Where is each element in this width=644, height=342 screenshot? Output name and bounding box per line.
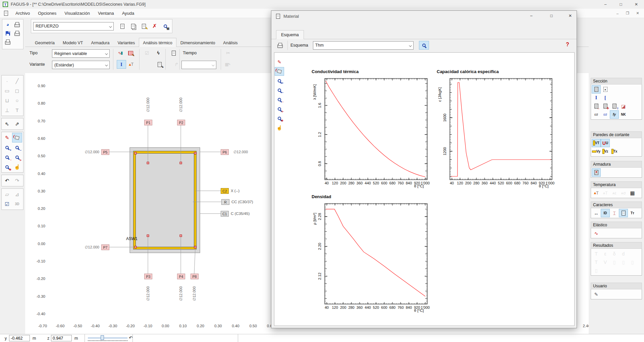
fire-T-button[interactable]: ▲T: [592, 189, 601, 197]
fy-limit-button[interactable]: fy: [610, 110, 619, 119]
zoom-slider-handle[interactable]: [101, 335, 104, 340]
temp-grid-button[interactable]: ▦: [628, 189, 637, 197]
mdi-close-button[interactable]: ✕: [633, 10, 642, 16]
section-peel-button[interactable]: ◪: [619, 102, 628, 110]
rebar-tag-P8[interactable]: P8: [191, 274, 199, 279]
zoom-out-button[interactable]: −: [12, 142, 22, 152]
zoom-object-button[interactable]: ▹: [12, 152, 22, 162]
tiempo-combo[interactable]: [181, 61, 216, 69]
reset-zoom-icon[interactable]: ↶: [129, 335, 132, 340]
zoom-window-button[interactable]: ▫: [2, 152, 12, 162]
wall-Vy-button[interactable]: Vy: [592, 147, 601, 156]
mdi-restore-button[interactable]: ❐: [623, 10, 632, 16]
material-tag-R[interactable]: R: [221, 199, 229, 205]
wall-Vz-button[interactable]: Vz: [601, 147, 610, 156]
rebar-point[interactable]: [135, 152, 137, 154]
wall-U-button[interactable]: UU: [601, 139, 610, 147]
preview-button[interactable]: [419, 41, 429, 50]
save-button[interactable]: [3, 29, 12, 38]
mdi-minimize-button[interactable]: –: [613, 10, 622, 16]
y-coordinate-field[interactable]: [9, 335, 30, 341]
section-hatched-button[interactable]: [592, 85, 601, 94]
zoom-in-button[interactable]: +: [2, 142, 12, 152]
rebar-tag-P6[interactable]: P6: [221, 149, 229, 155]
thermal-section-button[interactable]: ✎: [126, 49, 135, 57]
user-pencil-button[interactable]: ✎: [592, 290, 601, 298]
section-ref-point-button[interactable]: ←: [592, 102, 601, 110]
section-display-button[interactable]: I: [117, 60, 126, 69]
tab-análisis[interactable]: Análisis: [219, 39, 241, 47]
menu-ventana[interactable]: Ventana: [94, 9, 118, 17]
font-char-button[interactable]: Tᴛ: [628, 209, 637, 217]
close-button[interactable]: ✕: [629, 0, 644, 9]
rebar-tag-P1[interactable]: P1: [144, 120, 152, 125]
fire-display-button[interactable]: ▲T: [126, 60, 136, 69]
profile-C-button[interactable]: [: [601, 94, 610, 102]
rebar-point[interactable]: [194, 246, 196, 248]
wall-Tx-button[interactable]: Tx: [610, 147, 619, 156]
rebar-point[interactable]: [147, 162, 149, 164]
help-button[interactable]: ?: [566, 42, 569, 48]
delete-item-button[interactable]: ✗: [150, 22, 159, 31]
section-center-button[interactable]: ✛: [601, 102, 610, 110]
preview-item-button[interactable]: ▦: [161, 22, 170, 31]
rebar-point[interactable]: [180, 162, 182, 164]
dialog-close-button[interactable]: ✕: [565, 12, 575, 20]
menu-archivo[interactable]: Archivo: [11, 9, 34, 17]
concrete-section[interactable]: [130, 148, 200, 253]
nk-forces-button[interactable]: NK: [619, 110, 628, 119]
modify-pencil-button[interactable]: ✎: [2, 133, 12, 142]
eps-sigma-var-button[interactable]: εσ: [601, 110, 610, 119]
modify-pencil-button[interactable]: ✎: [275, 58, 284, 66]
rebar-tag-P7[interactable]: P7: [101, 244, 109, 250]
print-preview-button[interactable]: [12, 29, 22, 38]
rebar-view-button[interactable]: [592, 168, 601, 177]
material-tag-C1[interactable]: C1: [221, 211, 229, 217]
material-tag-C2[interactable]: C2: [221, 188, 229, 194]
tab-armadura[interactable]: Armadura: [87, 39, 114, 47]
doc-char-button[interactable]: [619, 209, 628, 217]
options-3d-button[interactable]: ☑: [2, 199, 12, 209]
esquema-combo[interactable]: Thm: [313, 41, 414, 50]
select-nodes-button[interactable]: ⇖: [2, 119, 12, 129]
dialog-maximize-button[interactable]: □: [546, 12, 556, 20]
zoom-object-button[interactable]: ▹: [275, 105, 284, 113]
export-results-button[interactable]: ⇘: [155, 60, 164, 69]
pan-button[interactable]: ☝: [12, 162, 22, 172]
print-button[interactable]: [275, 41, 285, 50]
pan-button[interactable]: ☝: [275, 123, 284, 132]
section-import-button[interactable]: ▴: [601, 85, 610, 94]
rebar-tag-P4[interactable]: P4: [177, 274, 185, 279]
spring-button[interactable]: ∿: [592, 229, 601, 237]
section-combo[interactable]: REFUERZO: [33, 22, 114, 31]
fill-bucket-button[interactable]: [275, 67, 284, 76]
dimension-char-button[interactable]: ↔: [592, 209, 601, 217]
print-button[interactable]: [12, 20, 22, 29]
zoom-extents-button[interactable]: ✳: [2, 162, 12, 172]
zoom-out-button[interactable]: −: [275, 86, 284, 95]
copy-item-button[interactable]: [128, 22, 138, 31]
new-item-button[interactable]: [118, 22, 127, 31]
rebar-tag-P2[interactable]: P2: [177, 120, 185, 125]
tab-análisis-térmico[interactable]: Análisis térmico: [139, 38, 176, 47]
zoom-window-button[interactable]: ▫: [275, 95, 284, 104]
maximize-button[interactable]: □: [613, 0, 629, 9]
rebar-point[interactable]: [194, 152, 196, 154]
tipo-combo[interactable]: Régimen variable: [52, 49, 110, 58]
print-settings-button[interactable]: [3, 38, 12, 46]
rebar-point[interactable]: [180, 235, 182, 237]
undo-button[interactable]: ↶: [2, 176, 12, 185]
wall-VT-button[interactable]: VT: [592, 139, 601, 147]
tab-dimensionamiento[interactable]: Dimensionamiento: [176, 39, 219, 47]
minimize-button[interactable]: –: [598, 0, 613, 9]
menu-opciones[interactable]: Opciones: [34, 9, 60, 17]
menu-visualizacion[interactable]: Visualización: [60, 9, 94, 17]
eps-sigma-button[interactable]: εσ: [592, 110, 601, 119]
tab-geometría[interactable]: Geometría: [31, 39, 59, 47]
rebar-point[interactable]: [147, 235, 149, 237]
dialog-minimize-button[interactable]: –: [526, 12, 536, 20]
rebar-point[interactable]: [135, 246, 137, 248]
profile-I-button[interactable]: I: [592, 94, 601, 102]
menu-ayuda[interactable]: Ayuda: [118, 9, 139, 17]
zoom-extents-button[interactable]: ✳: [275, 114, 284, 123]
